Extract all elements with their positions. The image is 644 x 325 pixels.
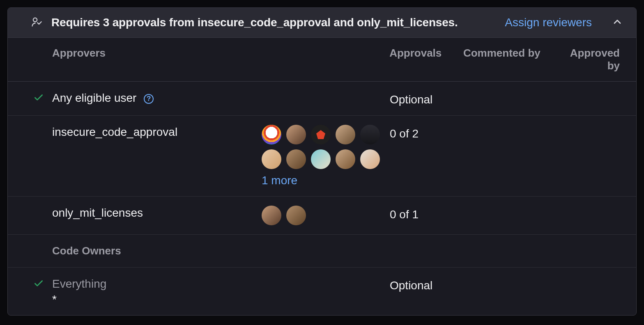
row-approvals: Optional [390,91,464,106]
avatar[interactable] [262,149,281,169]
avatar[interactable] [360,125,380,144]
row-label: Any eligible user [52,92,136,104]
avatar[interactable] [286,206,306,225]
avatar[interactable] [262,125,281,144]
row-approvals: 0 of 2 [390,125,464,140]
approval-row-everything: Everything * Optional [8,268,636,315]
check-icon [33,92,44,105]
row-status-icon-col [33,277,52,291]
avatar[interactable] [360,149,380,169]
assign-reviewers-link[interactable]: Assign reviewers [505,16,592,29]
table-header: Approvers Approvals Commented by Approve… [8,38,636,82]
approval-row-insecure: insecure_code_approval 1 more 0 of 2 [8,116,636,197]
column-approvals: Approvals [389,47,463,72]
avatar[interactable] [286,149,306,169]
approval-row-only-mit: only_mit_licenses 0 of 1 [8,197,636,235]
column-approvers: Approvers [52,47,389,72]
avatar[interactable] [311,125,331,144]
row-avatars: 1 more [262,125,390,187]
avatar[interactable] [262,206,281,225]
panel-header: Requires 3 approvals from insecure_code_… [8,8,636,38]
row-avatars [262,206,390,225]
approval-row-any-eligible: Any eligible user ? Optional [8,82,636,116]
help-icon[interactable]: ? [144,94,154,104]
user-check-icon [31,16,42,29]
column-approved-by: Approved by [570,47,623,72]
check-icon [33,278,44,291]
row-pattern: * [52,293,262,306]
more-avatars-link[interactable]: 1 more [262,174,297,187]
avatar[interactable] [336,149,355,169]
svg-point-0 [33,18,37,22]
chevron-up-icon[interactable] [612,16,623,29]
header-title: Requires 3 approvals from insecure_code_… [51,16,505,29]
row-label: Everything [52,277,262,291]
section-code-owners: Code Owners [8,235,636,268]
row-approvals: Optional [390,277,464,292]
avatar[interactable] [336,125,355,144]
approvals-panel: Requires 3 approvals from insecure_code_… [7,7,637,316]
column-commented-by: Commented by [463,47,570,72]
row-status-icon-col [33,125,52,126]
row-approvals: 0 of 1 [390,206,464,221]
avatar[interactable] [286,125,306,144]
avatar[interactable] [311,149,331,169]
row-name: Everything * [52,277,262,306]
row-label: only_mit_licenses [52,206,262,220]
row-label: insecure_code_approval [52,125,262,139]
row-status-icon-col [33,206,52,207]
row-name: Any eligible user ? [52,91,262,105]
row-status-icon-col [33,91,52,105]
